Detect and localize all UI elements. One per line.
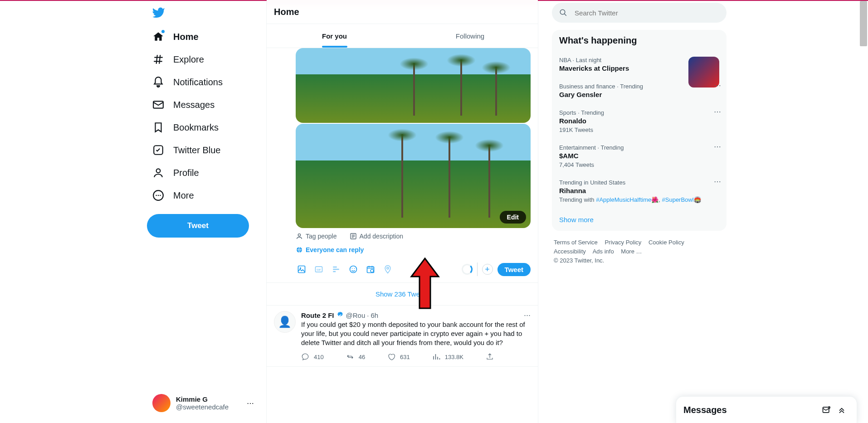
location-button[interactable] — [380, 262, 395, 277]
bookmark-icon — [152, 122, 164, 133]
gif-button[interactable]: GIF — [311, 262, 327, 277]
attached-image-1[interactable] — [296, 48, 531, 123]
share-button[interactable] — [486, 353, 494, 361]
svg-point-16 — [354, 268, 355, 269]
svg-point-4 — [156, 195, 157, 196]
trend-item-4[interactable]: Trending in United States Rihanna Trendi… — [552, 174, 727, 209]
whats-happening-panel: What's happening NBA · Last night Maveri… — [552, 30, 727, 231]
svg-point-18 — [371, 269, 374, 272]
svg-point-15 — [352, 268, 353, 269]
nav-messages[interactable]: Messages — [147, 93, 220, 116]
post-avatar[interactable]: 👤 — [274, 311, 296, 333]
trend-item-2[interactable]: Sports · Trending Ronaldo 191K Tweets ⋯ — [552, 104, 727, 139]
chevron-double-up-icon — [837, 405, 846, 414]
more-circle-icon — [152, 190, 164, 201]
views-button[interactable]: 133.8K — [432, 353, 463, 361]
messages-dock[interactable]: Messages — [676, 396, 857, 423]
post-author-handle[interactable]: @Rou — [346, 311, 366, 319]
nav-bookmarks[interactable]: Bookmarks — [147, 116, 224, 139]
account-menu[interactable]: Kimmie G @sweetenedcafe ⋯ — [147, 389, 260, 418]
footer-ads[interactable]: Ads info — [593, 248, 614, 255]
divider — [477, 263, 478, 276]
nav-profile[interactable]: Profile — [147, 161, 205, 184]
left-sidebar: Home Explore Notifications Messages Book… — [141, 0, 266, 423]
bird-icon — [151, 6, 165, 20]
tab-following[interactable]: Following — [402, 24, 538, 48]
tweet-submit-button[interactable]: Tweet — [497, 263, 531, 276]
reply-setting-label: Everyone can reply — [306, 246, 364, 253]
add-description-button[interactable]: Add description — [350, 233, 404, 240]
media-button[interactable] — [294, 262, 309, 277]
expand-dock-button[interactable] — [834, 402, 849, 418]
nav-twitter-blue[interactable]: Twitter Blue — [147, 139, 226, 161]
nav-home[interactable]: Home — [147, 25, 204, 48]
tab-for-you[interactable]: For you — [267, 24, 402, 48]
verified-icon — [336, 311, 344, 319]
edit-image-button[interactable]: Edit — [500, 211, 526, 224]
home-icon — [152, 31, 164, 43]
nav-explore[interactable]: Explore — [147, 48, 210, 71]
trend-more-button[interactable]: ⋯ — [714, 81, 721, 90]
nav-notifications[interactable]: Notifications — [147, 71, 228, 93]
trend-more-button[interactable]: ⋯ — [714, 142, 721, 151]
reply-setting[interactable]: Everyone can reply — [296, 246, 531, 253]
show-more-trends[interactable]: Show more — [552, 209, 727, 231]
views-icon — [432, 353, 440, 361]
scrollbar[interactable] — [860, 1, 867, 46]
avatar — [152, 394, 171, 412]
trend-more-button[interactable]: ⋯ — [714, 107, 721, 116]
tag-people-label: Tag people — [306, 233, 337, 240]
attached-image-2[interactable]: Edit — [296, 124, 531, 228]
trend-more-button[interactable]: ⋯ — [714, 177, 721, 186]
retweet-button[interactable]: 46 — [346, 353, 365, 361]
svg-point-7 — [298, 234, 300, 236]
svg-point-14 — [350, 266, 357, 273]
trend-item-0[interactable]: NBA · Last night Mavericks at Clippers — [552, 51, 727, 78]
show-new-tweets[interactable]: Show 236 Tweets — [267, 283, 538, 306]
nav-messages-label: Messages — [173, 100, 215, 110]
trend-item-1[interactable]: Business and finance · Trending Gary Gen… — [552, 78, 727, 104]
post-time[interactable]: 6h — [371, 311, 378, 319]
like-button[interactable]: 631 — [387, 353, 410, 361]
svg-point-11 — [300, 267, 301, 269]
nav-twitter-blue-label: Twitter Blue — [173, 145, 220, 156]
emoji-button[interactable] — [346, 262, 361, 277]
tag-people-button[interactable]: Tag people — [296, 233, 337, 240]
tweet-button[interactable]: Tweet — [147, 214, 249, 238]
footer-accessibility[interactable]: Accessibility — [554, 248, 586, 255]
footer-privacy[interactable]: Privacy Policy — [605, 239, 641, 246]
search-icon — [559, 8, 567, 17]
poll-button[interactable] — [328, 262, 344, 277]
footer-tos[interactable]: Terms of Service — [554, 239, 598, 246]
svg-point-20 — [560, 10, 565, 15]
add-thread-button[interactable]: + — [482, 264, 493, 275]
twitter-logo[interactable] — [147, 2, 170, 24]
poll-icon — [332, 265, 341, 274]
person-icon — [296, 233, 303, 240]
footer-cookie[interactable]: Cookie Policy — [649, 239, 684, 246]
new-message-button[interactable] — [819, 402, 834, 418]
retweet-icon — [346, 353, 354, 361]
globe-icon — [296, 246, 303, 253]
svg-point-2 — [156, 169, 161, 173]
schedule-button[interactable] — [363, 262, 378, 277]
bell-icon — [152, 76, 164, 88]
post-more-button[interactable]: ⋯ — [524, 311, 531, 319]
panel-title: What's happening — [552, 30, 727, 51]
trend-item-3[interactable]: Entertainment · Trending $AMC 7,404 Twee… — [552, 139, 727, 174]
search-input[interactable] — [575, 9, 719, 17]
nav-home-label: Home — [173, 32, 199, 42]
tweet-post[interactable]: 👤 Route 2 FI @Rou · 6h ⋯ If you could ge… — [267, 306, 538, 367]
footer-more[interactable]: More … — [621, 248, 642, 255]
reply-button[interactable]: 410 — [301, 353, 324, 361]
nav-more[interactable]: More — [147, 184, 200, 207]
nav-profile-label: Profile — [173, 168, 199, 178]
post-author-name[interactable]: Route 2 FI — [301, 311, 334, 319]
description-icon — [350, 233, 357, 240]
nav-explore-label: Explore — [173, 54, 204, 65]
search-box[interactable] — [552, 3, 727, 23]
page-title: Home — [267, 0, 538, 24]
account-handle: @sweetenedcafe — [176, 403, 247, 411]
add-description-label: Add description — [360, 233, 404, 240]
schedule-icon — [366, 265, 375, 274]
